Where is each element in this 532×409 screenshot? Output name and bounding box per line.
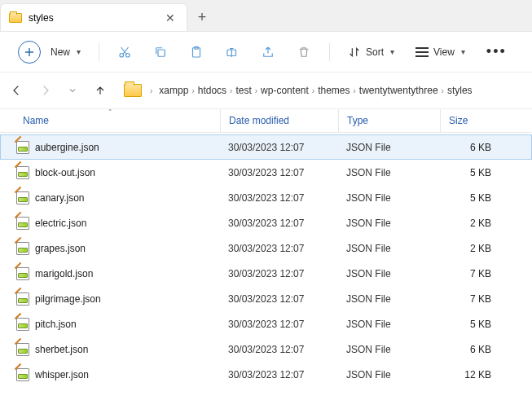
plus-icon (18, 41, 41, 64)
sort-label: Sort (366, 46, 384, 58)
delete-button[interactable] (288, 38, 319, 66)
active-tab[interactable]: styles ✕ (0, 3, 187, 31)
breadcrumb-item[interactable]: test (234, 81, 253, 99)
file-name-cell: canary.json (0, 191, 220, 204)
file-name-cell: aubergine.json (0, 141, 220, 154)
file-name-cell: block-out.json (0, 166, 220, 179)
file-row[interactable]: pilgrimage.json30/03/2023 12:07JSON File… (0, 286, 532, 311)
copy-button[interactable] (145, 38, 176, 66)
column-name-label: Name (23, 115, 49, 126)
file-type: JSON File (338, 192, 440, 204)
file-name-cell: pitch.json (0, 318, 220, 331)
new-label: New (51, 46, 70, 58)
file-name-cell: pilgrimage.json (0, 292, 220, 306)
file-name: canary.json (35, 192, 84, 204)
breadcrumb-item[interactable]: htdocs (196, 81, 228, 99)
chevron-down-icon: ▾ (390, 47, 394, 56)
file-row[interactable]: whisper.json30/03/2023 12:07JSON File12 … (0, 362, 532, 387)
json-file-icon (16, 166, 29, 179)
file-date: 30/03/2023 12:07 (220, 319, 338, 330)
file-row[interactable]: electric.json30/03/2023 12:07JSON File2 … (0, 210, 532, 235)
file-row[interactable]: block-out.json30/03/2023 12:07JSON File5… (0, 160, 532, 185)
file-name: block-out.json (35, 167, 95, 178)
file-list: aubergine.json30/03/2023 12:07JSON File6… (0, 133, 532, 387)
json-file-icon (16, 292, 29, 306)
chevron-right-icon: › (440, 86, 446, 95)
chevron-right-icon: › (148, 86, 154, 95)
separator (99, 43, 99, 61)
file-date: 30/03/2023 12:07 (220, 192, 338, 204)
dots-icon: ••• (486, 43, 507, 60)
svg-point-1 (126, 53, 130, 57)
close-icon[interactable]: ✕ (164, 10, 177, 26)
file-type: JSON File (338, 218, 440, 229)
toolbar: New ▾ Sort ▾ View ▾ ••• (0, 32, 532, 73)
list-icon (415, 47, 429, 57)
file-name: sherbet.json (35, 344, 88, 355)
rename-button[interactable] (217, 38, 248, 66)
column-size[interactable]: Size (440, 109, 501, 132)
folder-icon (9, 13, 22, 23)
file-row[interactable]: aubergine.json30/03/2023 12:07JSON File6… (0, 134, 532, 160)
tab-bar: styles ✕ + (0, 0, 532, 32)
file-date: 30/03/2023 12:07 (220, 142, 338, 153)
file-size: 2 KB (440, 218, 501, 229)
forward-button[interactable] (33, 78, 57, 103)
more-button[interactable]: ••• (478, 38, 515, 66)
file-size: 7 KB (440, 268, 501, 279)
column-name[interactable]: Name ˄ (0, 109, 220, 132)
file-size: 2 KB (440, 243, 501, 254)
folder-icon (124, 84, 142, 97)
file-row[interactable]: pitch.json30/03/2023 12:07JSON File5 KB (0, 311, 532, 336)
json-file-icon (16, 191, 29, 204)
nav-row: › xampp›htdocs›test›wp-content›themes›tw… (0, 73, 532, 108)
new-button[interactable]: New ▾ (10, 38, 89, 66)
svg-point-0 (120, 53, 124, 57)
breadcrumb-item[interactable]: wp-content (259, 81, 310, 99)
json-file-icon (16, 217, 29, 230)
file-date: 30/03/2023 12:07 (220, 243, 338, 254)
tab-title: styles (29, 12, 164, 24)
json-file-icon (16, 242, 29, 255)
share-button[interactable] (253, 38, 284, 66)
chevron-down-icon: ▾ (461, 47, 465, 56)
file-date: 30/03/2023 12:07 (220, 369, 338, 380)
file-name: grapes.json (35, 243, 86, 254)
file-row[interactable]: marigold.json30/03/2023 12:07JSON File7 … (0, 261, 532, 286)
breadcrumb-item[interactable]: styles (446, 81, 474, 99)
paste-button[interactable] (181, 38, 212, 66)
sort-button[interactable]: Sort ▾ (340, 38, 402, 66)
new-tab-button[interactable]: + (187, 3, 217, 31)
file-row[interactable]: canary.json30/03/2023 12:07JSON File5 KB (0, 185, 532, 210)
file-type: JSON File (338, 167, 440, 178)
file-size: 6 KB (440, 344, 501, 355)
file-size: 7 KB (440, 293, 501, 305)
file-name: whisper.json (35, 369, 89, 380)
up-button[interactable] (88, 78, 112, 103)
breadcrumb-item[interactable]: themes (316, 81, 351, 99)
column-type[interactable]: Type (338, 109, 440, 132)
cut-button[interactable] (109, 38, 140, 66)
file-date: 30/03/2023 12:07 (220, 344, 338, 355)
recent-button[interactable] (60, 78, 85, 103)
file-name: electric.json (35, 218, 86, 229)
file-type: JSON File (338, 268, 440, 279)
view-button[interactable]: View ▾ (407, 38, 473, 66)
view-label: View (433, 46, 455, 58)
json-file-icon (16, 368, 29, 381)
file-type: JSON File (338, 319, 440, 330)
file-name-cell: whisper.json (0, 368, 220, 381)
chevron-right-icon: › (253, 86, 259, 95)
file-date: 30/03/2023 12:07 (220, 218, 338, 229)
file-row[interactable]: grapes.json30/03/2023 12:07JSON File2 KB (0, 235, 532, 261)
svg-rect-2 (158, 50, 165, 56)
file-row[interactable]: sherbet.json30/03/2023 12:07JSON File6 K… (0, 336, 532, 362)
file-name: pilgrimage.json (35, 293, 101, 305)
breadcrumb-item[interactable]: twentytwentythree (358, 81, 440, 99)
file-date: 30/03/2023 12:07 (220, 268, 338, 279)
back-button[interactable] (5, 78, 29, 103)
file-name-cell: sherbet.json (0, 343, 220, 356)
sort-asc-icon: ˄ (108, 108, 112, 117)
column-date[interactable]: Date modified (220, 109, 338, 132)
breadcrumb-item[interactable]: xampp (157, 81, 190, 99)
